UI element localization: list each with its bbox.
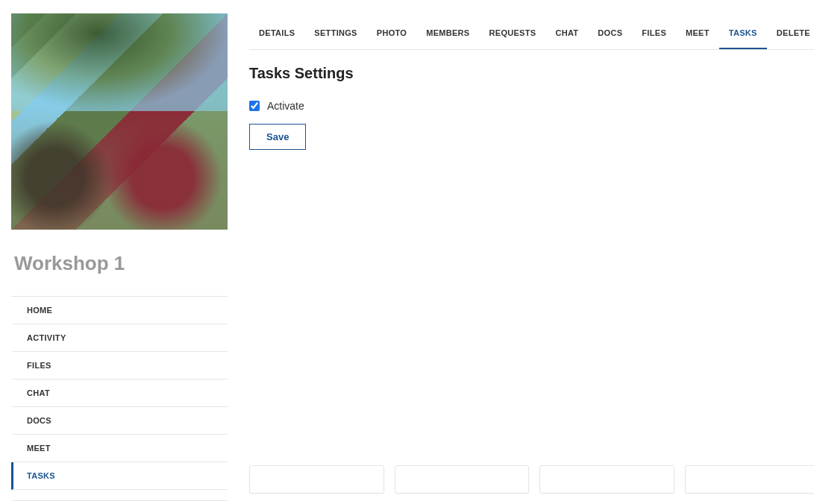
activate-row: Activate <box>249 100 814 112</box>
page-title: Tasks Settings <box>249 65 814 82</box>
save-button[interactable]: Save <box>249 124 306 150</box>
tab-delete[interactable]: DELETE <box>767 18 814 49</box>
sidebar-item-next[interactable] <box>11 490 228 501</box>
sidebar-item-chat[interactable]: CHAT <box>11 379 228 407</box>
activate-label: Activate <box>267 100 304 112</box>
cover-image <box>11 13 228 230</box>
tab-members[interactable]: MEMBERS <box>416 18 479 49</box>
tab-photo[interactable]: PHOTO <box>367 18 416 49</box>
sidebar-item-meet[interactable]: MEET <box>11 435 228 462</box>
sidebar-nav: HOME ACTIVITY FILES CHAT DOCS MEET TASKS <box>11 296 228 501</box>
tab-files[interactable]: FILES <box>632 18 676 49</box>
tab-tasks[interactable]: TASKS <box>719 18 767 49</box>
sidebar-item-docs[interactable]: DOCS <box>11 407 228 435</box>
card[interactable] <box>539 465 674 494</box>
sidebar-item-files[interactable]: FILES <box>11 352 228 379</box>
tab-meet[interactable]: MEET <box>676 18 719 49</box>
tabs: DETAILS SETTINGS PHOTO MEMBERS REQUESTS … <box>249 18 814 50</box>
tab-details[interactable]: DETAILS <box>249 18 304 49</box>
sidebar-item-tasks[interactable]: TASKS <box>11 462 228 490</box>
tab-docs[interactable]: DOCS <box>588 18 632 49</box>
main-content: DETAILS SETTINGS PHOTO MEMBERS REQUESTS … <box>228 0 814 504</box>
tab-requests[interactable]: REQUESTS <box>480 18 546 49</box>
sidebar-item-activity[interactable]: ACTIVITY <box>11 324 228 352</box>
tab-settings[interactable]: SETTINGS <box>304 18 366 49</box>
card[interactable] <box>395 465 530 494</box>
bottom-cards <box>249 465 814 494</box>
sidebar: Workshop 1 HOME ACTIVITY FILES CHAT DOCS… <box>0 0 228 504</box>
workshop-title: Workshop 1 <box>14 252 228 275</box>
card[interactable] <box>685 465 814 494</box>
tab-chat[interactable]: CHAT <box>545 18 588 49</box>
activate-checkbox[interactable] <box>249 101 260 111</box>
sidebar-item-home[interactable]: HOME <box>11 297 228 324</box>
card[interactable] <box>249 465 384 494</box>
